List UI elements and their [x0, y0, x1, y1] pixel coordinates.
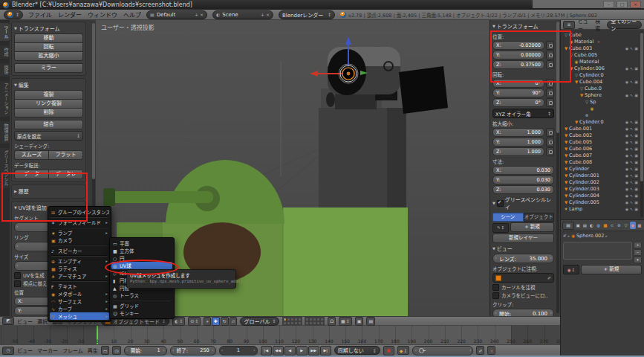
location-z-field[interactable]: Z:0.37500	[492, 60, 544, 69]
properties-editor-icon[interactable]: ▤	[562, 222, 574, 230]
play-button[interactable]: ▶	[296, 346, 308, 356]
close-icon[interactable]: ×	[630, 1, 641, 8]
eye-icon[interactable]: ◉	[625, 140, 628, 144]
outliner-menu-0[interactable]: ビュー	[578, 20, 591, 32]
select-icon[interactable]: ↖	[630, 147, 633, 151]
select-icon[interactable]: ↖	[630, 207, 633, 211]
editor-type-button[interactable]: ↕	[4, 10, 23, 19]
render-icon[interactable]: ▣	[634, 200, 638, 205]
eye-icon[interactable]: ◉	[625, 133, 628, 138]
select-icon[interactable]: ↖	[630, 187, 633, 191]
outliner-row-Cube.003[interactable]: ▼Cube.003◉↖▣	[561, 45, 644, 51]
clip-start-slider[interactable]: 開始:0.100	[492, 309, 554, 316]
eye-icon[interactable]: ◉	[625, 160, 628, 164]
add-menu-item-lattice[interactable]: ▦ラティス	[50, 265, 109, 272]
lock-camera-to-view-checkbox[interactable]: カメラをビューにロ..	[492, 292, 554, 299]
add-menu-item-metaball[interactable]: ◉メタボール▸	[50, 290, 109, 298]
minimize-icon[interactable]: –	[603, 1, 614, 8]
add-menu-item-text[interactable]: Fテキスト	[50, 283, 109, 290]
layer-cell[interactable]	[320, 321, 324, 325]
render-opengl-anim-button[interactable]: ▤	[366, 317, 375, 326]
manipulator-toggle-button[interactable]: ⌖	[204, 317, 210, 326]
timeline-menu-2[interactable]: フレーム	[62, 347, 83, 354]
shade-smooth-button[interactable]: スムーズ	[14, 150, 48, 160]
select-icon[interactable]: ↖	[630, 66, 633, 71]
toolshelf-tab-3[interactable]: アニメーション	[0, 81, 10, 117]
keying-set-dropdown[interactable]: ◆↕	[397, 346, 410, 355]
scene-selector[interactable]: ◐Scene+×	[212, 10, 273, 19]
play-reverse-button[interactable]: ◀	[284, 346, 296, 356]
dimensions-y-field[interactable]: Y:0.030	[492, 176, 554, 184]
transform-orientation-dropdown[interactable]: グローバル↕	[240, 317, 279, 326]
duplicate-linked-button[interactable]: リンク複製	[14, 99, 83, 108]
eye-icon[interactable]: ◉	[625, 93, 628, 97]
view3d-menu-0[interactable]: ビュー	[17, 318, 33, 325]
outliner-row-Sphere[interactable]: ▼Sphere◉↖▣	[561, 91, 644, 98]
slot-specials-button[interactable]: ▾	[634, 257, 642, 263]
scale-button[interactable]: 拡大縮小	[14, 51, 83, 61]
lock-icon[interactable]	[546, 128, 554, 137]
material-browse-dropdown[interactable]: ◉↕	[563, 265, 579, 274]
select-icon[interactable]: ↖	[630, 126, 633, 131]
properties-tab-render[interactable]: ▣	[575, 222, 581, 229]
select-icon[interactable]: ↖	[630, 93, 633, 97]
gp-new-button[interactable]: + 新規	[510, 222, 554, 232]
properties-tab-object-data[interactable]: ▽	[622, 222, 628, 229]
mesh-submenu-item-uv-sphere[interactable]: ◍UV球	[111, 262, 172, 269]
jump-to-prev-keyframe-button[interactable]: ◀◀	[273, 346, 284, 356]
eye-icon[interactable]: ◉	[625, 200, 628, 205]
rotation-y-field[interactable]: Y:90°	[492, 89, 544, 97]
remove-scene-icon[interactable]: ×	[266, 12, 270, 17]
lens-slider[interactable]: レンズ:35.000	[492, 254, 554, 263]
layer-grid-0[interactable]	[282, 317, 302, 326]
render-icon[interactable]: ▣	[634, 153, 638, 158]
select-icon[interactable]: ↖	[630, 193, 633, 198]
properties-tab-material[interactable]: ◉	[630, 222, 636, 229]
timeline-strip[interactable]: -50-40-30-20-100102030405060708090100110…	[0, 326, 560, 344]
outliner-row-Material[interactable]: ◉Material	[561, 58, 644, 65]
render-icon[interactable]: ▣	[634, 147, 638, 151]
outliner-row-Cube.001[interactable]: ▼Cube.001◉↖▣	[561, 125, 644, 132]
mesh-submenu-item-torus[interactable]: ◎トーラス	[111, 292, 172, 299]
eye-icon[interactable]: ◉	[625, 207, 628, 211]
mesh-submenu-item-plane[interactable]: ▭平面	[111, 239, 172, 247]
outliner-row-Cube.006[interactable]: ▼Cube.006◉↖▣	[561, 145, 644, 152]
eye-icon[interactable]: ◉	[625, 120, 628, 124]
scale-y-field[interactable]: Y:1.000	[492, 138, 544, 147]
manipulator-rotate-button[interactable]: ↻	[221, 317, 229, 326]
select-icon[interactable]: ↖	[630, 80, 633, 84]
snap-toggle-button[interactable]: Ω	[328, 317, 336, 326]
outliner-row-Material[interactable]: ◉Material×	[561, 38, 644, 45]
remove-layout-icon[interactable]: ×	[200, 12, 204, 17]
frame-history-button[interactable]: ◷	[112, 346, 120, 355]
lock-to-object-field[interactable]: ✐	[492, 273, 554, 283]
layer-grid-1[interactable]	[305, 317, 325, 326]
lock-icon[interactable]	[546, 138, 554, 147]
sync-dropdown[interactable]: 同期しない↕	[334, 346, 380, 355]
grease-pencil-checkbox[interactable]	[497, 200, 504, 207]
outliner-row-Cylinder[interactable]: ▼Cylinder◉↖▣	[561, 165, 644, 172]
location-y-field[interactable]: Y:0.00000	[492, 51, 544, 60]
layer-cell[interactable]	[298, 321, 302, 325]
dimensions-x-field[interactable]: X:0.030	[492, 166, 554, 175]
add-menu-item-lamp[interactable]: ☀ランプ▸	[50, 229, 109, 237]
duplicate-button[interactable]: 複製	[14, 90, 83, 99]
select-icon[interactable]: ↖	[630, 133, 633, 138]
eye-icon[interactable]: ◉	[625, 46, 628, 51]
outliner-row-Cube[interactable]: ▽Cube	[561, 31, 644, 38]
layers-widget[interactable]	[282, 317, 325, 326]
panel-header-transform[interactable]: ▼トランスフォーム	[14, 24, 83, 33]
select-icon[interactable]: ↖	[630, 153, 633, 158]
select-icon[interactable]: ↖	[630, 140, 633, 144]
outliner-row-Cube.007[interactable]: ▼Cube.007◉↖▣	[561, 152, 644, 158]
outliner-row-Cylinder.005[interactable]: ▼Cylinder.005◉↖▣	[561, 199, 644, 205]
toolshelf-tab-0[interactable]: ツール	[0, 23, 10, 41]
properties-tab-constraints[interactable]: ⊂	[609, 222, 615, 229]
mesh-submenu-item-monkey[interactable]: ☺モンキー	[111, 309, 172, 317]
pivot-point-dropdown[interactable]: ⊙↕	[188, 317, 201, 326]
add-menu-item-empty[interactable]: ⊕エンプティ▸	[50, 257, 109, 265]
timeline-editor-icon[interactable]: ◷	[2, 347, 14, 355]
outliner-row-Lamp[interactable]: ☀Lamp◉↖▣	[561, 205, 644, 212]
timeline-menu-3[interactable]: 再生	[88, 347, 98, 354]
lock-icon[interactable]	[546, 98, 554, 107]
